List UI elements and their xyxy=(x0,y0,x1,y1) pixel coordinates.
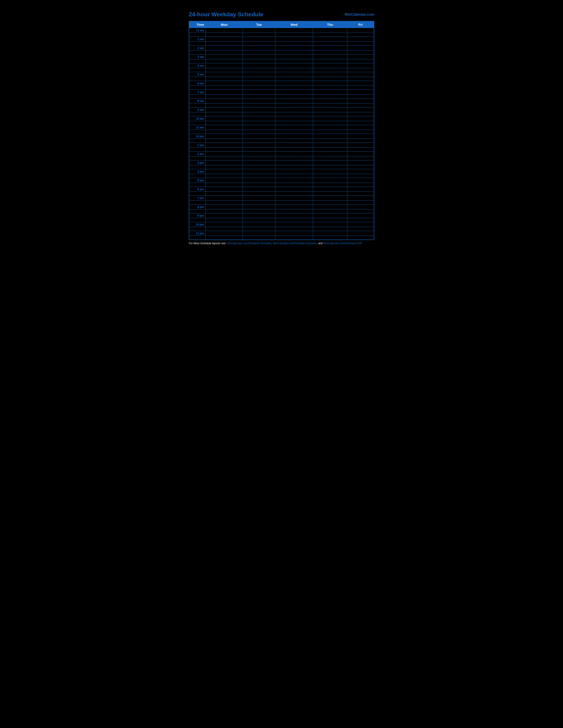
schedule-cell[interactable] xyxy=(313,125,347,130)
schedule-cell[interactable] xyxy=(275,192,313,196)
schedule-cell[interactable] xyxy=(347,112,374,116)
schedule-cell[interactable] xyxy=(347,63,374,68)
schedule-cell[interactable] xyxy=(347,209,374,213)
schedule-cell[interactable] xyxy=(275,183,313,187)
schedule-cell[interactable] xyxy=(243,156,275,160)
schedule-cell[interactable] xyxy=(275,174,313,178)
schedule-cell[interactable] xyxy=(205,86,243,90)
schedule-cell[interactable] xyxy=(275,205,313,209)
schedule-cell[interactable] xyxy=(347,42,374,46)
schedule-cell[interactable] xyxy=(243,46,275,51)
schedule-cell[interactable] xyxy=(313,28,347,33)
schedule-cell[interactable] xyxy=(275,103,313,107)
schedule-cell[interactable] xyxy=(313,178,347,183)
schedule-cell[interactable] xyxy=(313,227,347,231)
schedule-cell[interactable] xyxy=(313,95,347,99)
schedule-cell[interactable] xyxy=(313,165,347,169)
schedule-cell[interactable] xyxy=(347,116,374,121)
schedule-cell[interactable] xyxy=(275,68,313,72)
schedule-cell[interactable] xyxy=(243,51,275,54)
schedule-cell[interactable] xyxy=(243,183,275,187)
schedule-cell[interactable] xyxy=(347,72,374,77)
schedule-cell[interactable] xyxy=(275,178,313,183)
schedule-cell[interactable] xyxy=(347,54,374,59)
schedule-cell[interactable] xyxy=(275,139,313,143)
schedule-cell[interactable] xyxy=(205,169,243,174)
schedule-cell[interactable] xyxy=(205,59,243,63)
schedule-cell[interactable] xyxy=(243,112,275,116)
schedule-cell[interactable] xyxy=(313,90,347,95)
schedule-cell[interactable] xyxy=(347,218,374,222)
schedule-cell[interactable] xyxy=(313,86,347,90)
schedule-cell[interactable] xyxy=(275,72,313,77)
schedule-cell[interactable] xyxy=(243,54,275,59)
schedule-cell[interactable] xyxy=(347,143,374,148)
schedule-cell[interactable] xyxy=(347,165,374,169)
schedule-cell[interactable] xyxy=(205,213,243,218)
schedule-cell[interactable] xyxy=(243,178,275,183)
schedule-cell[interactable] xyxy=(205,174,243,178)
schedule-cell[interactable] xyxy=(243,72,275,77)
schedule-cell[interactable] xyxy=(205,236,243,240)
schedule-cell[interactable] xyxy=(205,121,243,125)
schedule-cell[interactable] xyxy=(347,148,374,152)
schedule-cell[interactable] xyxy=(347,37,374,42)
schedule-cell[interactable] xyxy=(205,156,243,160)
schedule-cell[interactable] xyxy=(243,95,275,99)
schedule-cell[interactable] xyxy=(347,156,374,160)
schedule-cell[interactable] xyxy=(313,116,347,121)
schedule-cell[interactable] xyxy=(205,152,243,156)
schedule-cell[interactable] xyxy=(347,51,374,54)
schedule-cell[interactable] xyxy=(347,59,374,63)
schedule-cell[interactable] xyxy=(275,42,313,46)
schedule-cell[interactable] xyxy=(275,77,313,81)
schedule-cell[interactable] xyxy=(275,209,313,213)
schedule-cell[interactable] xyxy=(243,165,275,169)
schedule-cell[interactable] xyxy=(243,169,275,174)
schedule-cell[interactable] xyxy=(243,174,275,178)
schedule-cell[interactable] xyxy=(243,218,275,222)
schedule-cell[interactable] xyxy=(205,42,243,46)
schedule-cell[interactable] xyxy=(205,201,243,205)
schedule-cell[interactable] xyxy=(205,139,243,143)
schedule-cell[interactable] xyxy=(275,112,313,116)
schedule-cell[interactable] xyxy=(205,54,243,59)
schedule-cell[interactable] xyxy=(313,134,347,139)
schedule-cell[interactable] xyxy=(205,222,243,227)
schedule-cell[interactable] xyxy=(347,205,374,209)
schedule-cell[interactable] xyxy=(275,51,313,54)
schedule-cell[interactable] xyxy=(313,205,347,209)
schedule-cell[interactable] xyxy=(347,187,374,192)
schedule-cell[interactable] xyxy=(205,218,243,222)
schedule-cell[interactable] xyxy=(243,205,275,209)
schedule-cell[interactable] xyxy=(313,68,347,72)
schedule-cell[interactable] xyxy=(275,227,313,231)
schedule-cell[interactable] xyxy=(347,121,374,125)
schedule-cell[interactable] xyxy=(347,174,374,178)
schedule-cell[interactable] xyxy=(347,213,374,218)
schedule-cell[interactable] xyxy=(347,222,374,227)
schedule-cell[interactable] xyxy=(313,160,347,165)
schedule-cell[interactable] xyxy=(275,63,313,68)
schedule-cell[interactable] xyxy=(313,139,347,143)
schedule-cell[interactable] xyxy=(313,236,347,240)
schedule-cell[interactable] xyxy=(243,231,275,236)
schedule-cell[interactable] xyxy=(313,174,347,178)
schedule-cell[interactable] xyxy=(243,130,275,134)
schedule-cell[interactable] xyxy=(313,112,347,116)
schedule-cell[interactable] xyxy=(243,201,275,205)
schedule-cell[interactable] xyxy=(205,46,243,51)
schedule-cell[interactable] xyxy=(347,139,374,143)
schedule-cell[interactable] xyxy=(205,33,243,37)
schedule-cell[interactable] xyxy=(313,201,347,205)
schedule-cell[interactable] xyxy=(275,218,313,222)
schedule-cell[interactable] xyxy=(275,187,313,192)
schedule-cell[interactable] xyxy=(243,227,275,231)
schedule-cell[interactable] xyxy=(205,103,243,107)
schedule-cell[interactable] xyxy=(275,156,313,160)
schedule-cell[interactable] xyxy=(347,103,374,107)
schedule-cell[interactable] xyxy=(205,192,243,196)
schedule-cell[interactable] xyxy=(313,148,347,152)
schedule-cell[interactable] xyxy=(275,213,313,218)
schedule-cell[interactable] xyxy=(275,134,313,139)
